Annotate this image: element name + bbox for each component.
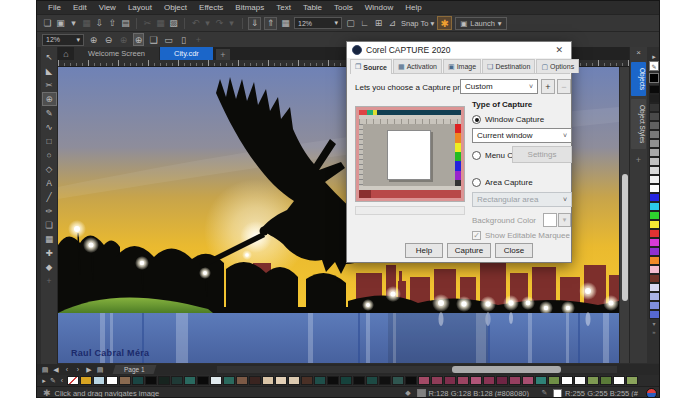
docker-close-icon[interactable]: × (636, 47, 641, 59)
menu-item[interactable]: File (43, 2, 66, 13)
fill-tool[interactable]: ◆ (42, 260, 57, 274)
palette-swatch[interactable] (249, 376, 261, 385)
palette-swatch[interactable] (649, 130, 660, 139)
pick-tool[interactable]: ↖ (42, 50, 57, 64)
snap-align-icon[interactable]: ⊿ (387, 17, 398, 30)
dialog-title-bar[interactable]: Corel CAPTURE 2020 ✕ (347, 42, 571, 58)
palette-swatch[interactable] (649, 85, 660, 94)
palette-expand-icon[interactable]: ▸ (40, 376, 48, 385)
horizontal-scrollbar-thumb[interactable] (452, 366, 561, 373)
outline-indicator-swatch[interactable] (649, 73, 659, 83)
palette-swatch[interactable] (535, 376, 547, 385)
palette-swatch[interactable] (649, 166, 660, 175)
palette-swatch[interactable] (483, 376, 495, 385)
shape-tool[interactable]: ◣ (42, 64, 57, 78)
zoom-page-width-icon[interactable]: ▭ (163, 33, 174, 46)
background-color-caret[interactable]: ▾ (558, 213, 571, 227)
mesh-fill-tool[interactable]: ▦ (42, 232, 57, 246)
ellipse-tool[interactable]: ○ (42, 148, 57, 162)
options-gear-button[interactable]: ✱ (437, 16, 452, 30)
first-page-icon[interactable]: ◀ (52, 365, 60, 374)
menu-item[interactable]: Layout (123, 2, 157, 13)
menu-item[interactable]: View (94, 2, 121, 13)
eyedropper-tool[interactable]: ✚ (42, 246, 57, 260)
palette-swatch[interactable] (223, 376, 235, 385)
menu-item[interactable]: Effects (194, 2, 228, 13)
window-capture-combo[interactable]: Current window˅ (472, 128, 572, 143)
zoom-in-icon[interactable]: ⊕ (88, 33, 99, 46)
zoom-tool[interactable]: ⊕ (42, 92, 57, 106)
snap-corner-icon[interactable]: ∟ (359, 17, 370, 30)
preview-slider[interactable] (355, 206, 465, 215)
palette-swatch[interactable] (600, 376, 612, 385)
settings-button[interactable]: Settings (512, 146, 572, 163)
menu-capture-radio[interactable] (472, 151, 481, 160)
import-doc-icon[interactable]: ⇓ (248, 17, 261, 30)
palette-swatch[interactable] (649, 121, 660, 130)
help-button[interactable]: Help (405, 243, 443, 258)
zoom-value-combo[interactable]: 12%▾ (42, 34, 84, 46)
eyedropper-icon[interactable]: ✎ (49, 376, 57, 385)
zoom-out-icon[interactable]: ⊖ (103, 33, 114, 46)
export-icon[interactable]: ⇧ (107, 17, 118, 30)
zoom-selected-icon[interactable]: ⊕ (118, 33, 129, 46)
palette-swatch[interactable] (158, 376, 170, 385)
menu-item[interactable]: Tools (329, 2, 358, 13)
zoom-page-height-icon[interactable]: ▯ (178, 33, 189, 46)
snap-to-dropdown[interactable]: Snap To▾ (401, 19, 434, 28)
palette-swatch[interactable] (649, 274, 660, 283)
close-button[interactable]: Close (495, 243, 533, 258)
open-icon[interactable]: ▣ (55, 17, 66, 30)
area-capture-combo[interactable]: Rectangular area˅ (472, 192, 572, 207)
menu-item[interactable]: Edit (68, 2, 92, 13)
show-marquee-checkbox[interactable]: ✓ (472, 231, 481, 240)
dialog-tab[interactable]: ▣ Image (443, 59, 481, 73)
polygon-tool[interactable]: ◇ (42, 162, 57, 176)
horizontal-scrollbar[interactable] (217, 366, 617, 373)
palette-swatch[interactable] (132, 376, 144, 385)
palette-swatch[interactable] (301, 376, 313, 385)
document-tab[interactable]: City.cdr (160, 47, 213, 60)
preset-combo[interactable]: Custom˅ (460, 79, 538, 94)
zoom-level-combo[interactable]: 12%▾ (294, 17, 342, 29)
palette-swatch[interactable] (548, 376, 560, 385)
zoom-all-objects-icon[interactable]: ⊕ (133, 33, 144, 46)
paste-icon[interactable]: ▨ (168, 17, 179, 30)
palette-swatch[interactable] (574, 376, 586, 385)
menu-item[interactable]: Help (400, 2, 426, 13)
palette-swatch[interactable] (649, 247, 660, 256)
palette-swatch[interactable] (470, 376, 482, 385)
palette-scroll-icon[interactable]: ‹ (58, 376, 66, 385)
palette-more-icon[interactable]: » (652, 329, 655, 335)
line-tool[interactable]: ╱ (42, 190, 57, 204)
menu-item[interactable]: Table (298, 2, 327, 13)
redo-caret-icon[interactable]: ▾ (226, 17, 237, 30)
palette-swatch[interactable] (145, 376, 157, 385)
palette-swatch[interactable] (649, 94, 660, 103)
add-button-icon[interactable]: + (193, 33, 204, 46)
palette-swatch[interactable] (171, 376, 183, 385)
palette-swatch[interactable] (522, 376, 534, 385)
palette-swatch[interactable] (649, 184, 660, 193)
palette-swatch[interactable] (626, 376, 638, 385)
palette-swatch[interactable] (327, 376, 339, 385)
docker-expand-icon[interactable]: ▸ (652, 51, 656, 61)
palette-swatch[interactable] (649, 238, 660, 247)
copy-icon[interactable]: ▦ (155, 17, 166, 30)
palette-swatch[interactable] (649, 139, 660, 148)
home-icon[interactable]: ⌂ (58, 47, 74, 60)
outline-color-swatch[interactable] (553, 389, 562, 398)
palette-swatch[interactable] (275, 376, 287, 385)
close-icon[interactable]: ✕ (552, 45, 566, 55)
launch-dropdown[interactable]: ▣ Launch ▾ (455, 17, 506, 30)
rectangle-tool[interactable]: □ (42, 134, 57, 148)
docker-add-icon[interactable]: + (636, 155, 641, 165)
freehand-tool[interactable]: ✎ (42, 106, 57, 120)
vertical-scrollbar[interactable] (619, 67, 629, 363)
new-tab-button[interactable]: + (216, 49, 230, 60)
prev-page-icon[interactable]: ‹ (63, 365, 71, 374)
palette-swatch[interactable] (67, 376, 79, 385)
import-icon[interactable]: ⇩ (94, 17, 105, 30)
palette-swatch[interactable] (649, 310, 660, 319)
text-tool[interactable]: A (42, 176, 57, 190)
